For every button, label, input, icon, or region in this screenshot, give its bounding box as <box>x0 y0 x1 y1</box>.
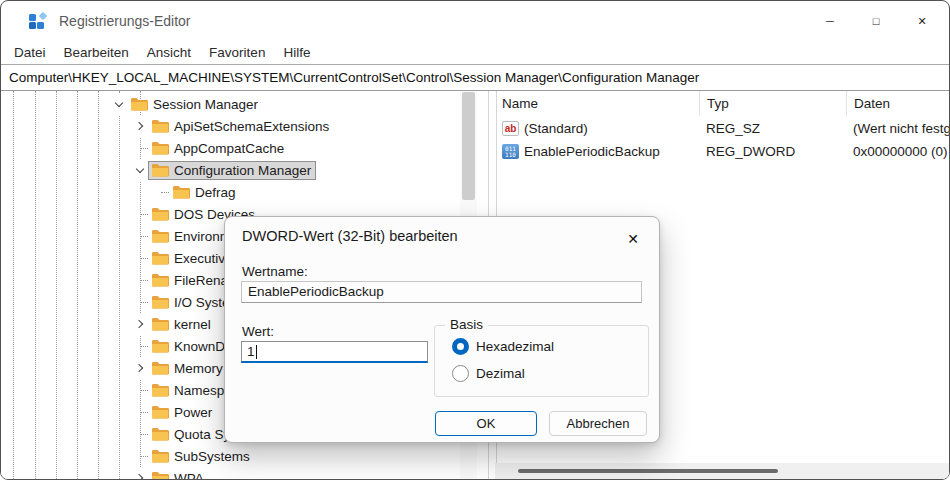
tree-item-label: SubSystems <box>174 449 250 464</box>
value-input[interactable]: 1 <box>241 341 428 363</box>
menu-item[interactable]: Ansicht <box>138 45 200 60</box>
tree-item-label: Session Manager <box>153 97 258 112</box>
value-name-field[interactable]: EnablePeriodicBackup <box>241 281 642 303</box>
value-type: REG_SZ <box>699 121 846 136</box>
dialog-title: DWORD-Wert (32-Bit) bearbeiten <box>242 228 458 244</box>
tree-item[interactable]: ApiSetSchemaExtensions <box>1 115 479 137</box>
radio-label: Hexadezimal <box>476 339 554 354</box>
tree-node[interactable]: ApiSetSchemaExtensions <box>148 117 334 136</box>
folder-icon <box>151 141 169 155</box>
radio-unchecked-icon[interactable] <box>452 365 469 382</box>
tree-item[interactable]: WPA <box>1 467 479 479</box>
titlebar: Registrierungs-Editor ─ □ ✕ <box>1 1 949 41</box>
tree-item[interactable]: AppCompatCache <box>1 137 479 159</box>
expander-icon[interactable] <box>132 357 148 379</box>
value-type-icon: ab <box>502 121 519 136</box>
window-title: Registrierungs-Editor <box>59 13 191 29</box>
address-path: Computer\HKEY_LOCAL_MACHINE\SYSTEM\Curre… <box>9 70 699 85</box>
expander-icon[interactable] <box>132 159 148 181</box>
value-name-label: Wertname: <box>242 264 308 279</box>
expander-icon[interactable] <box>132 203 148 225</box>
column-header-daten[interactable]: Daten <box>846 91 949 116</box>
tree-item-label: Defrag <box>195 185 236 200</box>
expander-icon[interactable] <box>132 423 148 445</box>
cancel-button[interactable]: Abbrechen <box>549 411 647 436</box>
expander-icon[interactable] <box>132 137 148 159</box>
tree-item-label: WPA <box>174 471 204 480</box>
expander-icon[interactable] <box>132 379 148 401</box>
dialog-close-icon[interactable]: ✕ <box>619 225 647 253</box>
folder-icon <box>151 339 169 353</box>
menu-bar: DateiBearbeitenAnsichtFavoritenHilfe <box>1 41 949 64</box>
tree-node[interactable]: SubSystems <box>148 447 255 466</box>
close-icon[interactable]: ✕ <box>899 4 945 38</box>
registry-editor-window: Registrierungs-Editor ─ □ ✕ DateiBearbei… <box>0 0 950 480</box>
value-data: (Wert nicht festgelegt) <box>846 121 949 136</box>
expander-icon[interactable] <box>132 313 148 335</box>
menu-item[interactable]: Favoriten <box>200 45 274 60</box>
folder-icon <box>151 207 169 221</box>
tree-item-label: kernel <box>174 317 211 332</box>
folder-icon <box>151 361 169 375</box>
value-row[interactable]: 011110 EnablePeriodicBackup REG_DWORD 0x… <box>495 140 949 163</box>
tree-item-label: AppCompatCache <box>174 141 284 156</box>
expander-icon[interactable] <box>132 291 148 313</box>
tree-node[interactable]: AppCompatCache <box>148 139 289 158</box>
radio-checked-icon[interactable] <box>452 338 469 355</box>
value-row[interactable]: ab (Standard) REG_SZ (Wert nicht festgel… <box>495 117 949 140</box>
tree-node[interactable]: kernel <box>148 315 216 334</box>
folder-icon <box>151 119 169 133</box>
expander-icon[interactable] <box>132 247 148 269</box>
folder-icon <box>151 427 169 441</box>
tree-item[interactable]: SubSystems <box>1 445 479 467</box>
column-header-name[interactable]: Name <box>495 91 699 116</box>
folder-icon <box>151 273 169 287</box>
minimize-icon[interactable]: ─ <box>807 4 853 38</box>
expander-icon[interactable] <box>132 335 148 357</box>
tree-item[interactable]: Session Manager <box>1 93 479 115</box>
radio-hexadezimal[interactable]: Hexadezimal <box>452 338 554 355</box>
caption-buttons: ─ □ ✕ <box>807 4 945 38</box>
horizontal-scrollbar-thumb[interactable] <box>518 469 778 473</box>
folder-icon <box>151 163 169 177</box>
folder-icon <box>151 449 169 463</box>
tree-item-label: Power <box>174 405 212 420</box>
tree-item[interactable]: Defrag <box>1 181 479 203</box>
column-header-typ[interactable]: Typ <box>699 91 846 116</box>
folder-icon <box>151 229 169 243</box>
list-rows: ab (Standard) REG_SZ (Wert nicht festgel… <box>495 117 949 163</box>
expander-icon[interactable] <box>111 93 127 115</box>
tree-node[interactable]: Configuration Manager <box>148 161 316 180</box>
horizontal-scrollbar[interactable] <box>495 463 949 479</box>
expander-icon[interactable] <box>132 269 148 291</box>
expander-icon[interactable] <box>132 115 148 137</box>
expander-icon[interactable] <box>132 445 148 467</box>
menu-item[interactable]: Datei <box>5 45 55 60</box>
folder-icon <box>151 317 169 331</box>
tree-item-label: ApiSetSchemaExtensions <box>174 119 329 134</box>
expander-icon[interactable] <box>153 181 169 203</box>
expander-icon[interactable] <box>132 401 148 423</box>
radio-dezimal[interactable]: Dezimal <box>452 365 525 382</box>
tree-item[interactable]: Configuration Manager <box>1 159 479 181</box>
value-type: REG_DWORD <box>699 144 846 159</box>
tree-node[interactable]: WPA <box>148 469 209 480</box>
value-input-text: 1 <box>247 344 255 359</box>
expander-icon[interactable] <box>132 467 148 479</box>
tree-item-label: Configuration Manager <box>174 163 311 178</box>
value-type-icon: 011110 <box>502 144 519 159</box>
tree-node[interactable]: Session Manager <box>127 95 263 114</box>
menu-item[interactable]: Bearbeiten <box>55 45 138 60</box>
ok-button[interactable]: OK <box>435 411 537 436</box>
folder-icon <box>151 383 169 397</box>
tree-node[interactable]: Power <box>148 403 217 422</box>
folder-icon <box>172 185 190 199</box>
menu-item[interactable]: Hilfe <box>274 45 319 60</box>
value-name: EnablePeriodicBackup <box>524 144 660 159</box>
tree-node[interactable]: Defrag <box>169 183 241 202</box>
address-bar[interactable]: Computer\HKEY_LOCAL_MACHINE\SYSTEM\Curre… <box>1 64 949 91</box>
vertical-scrollbar-thumb[interactable] <box>462 92 475 200</box>
registry-app-icon <box>29 13 46 30</box>
maximize-icon[interactable]: □ <box>853 4 899 38</box>
expander-icon[interactable] <box>132 225 148 247</box>
